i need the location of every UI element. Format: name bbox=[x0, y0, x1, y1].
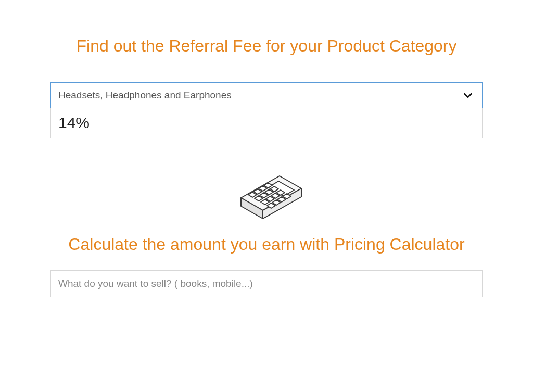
category-select[interactable]: Headsets, Headphones and Earphones bbox=[50, 82, 483, 108]
referral-fee-heading: Find out the Referral Fee for your Produ… bbox=[50, 35, 483, 57]
fee-result-box: 14% bbox=[50, 108, 483, 138]
calculator-icon bbox=[50, 160, 483, 227]
chevron-down-icon bbox=[462, 90, 474, 101]
calculator-heading: Calculate the amount you earn with Prici… bbox=[50, 233, 483, 256]
product-search-input[interactable] bbox=[50, 270, 483, 297]
fee-percent: 14% bbox=[58, 114, 90, 132]
category-select-value: Headsets, Headphones and Earphones bbox=[58, 90, 232, 101]
